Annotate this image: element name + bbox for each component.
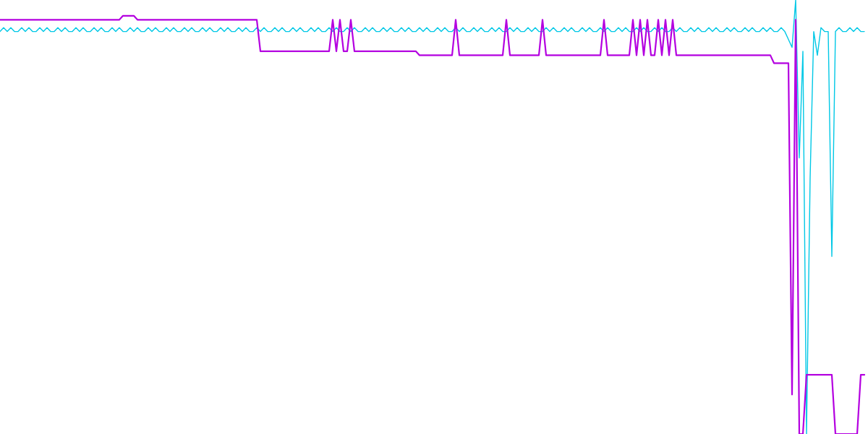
line-series-b: [0, 0, 864, 434]
line-series-a: [0, 16, 864, 434]
timeseries-chart: [0, 0, 868, 434]
